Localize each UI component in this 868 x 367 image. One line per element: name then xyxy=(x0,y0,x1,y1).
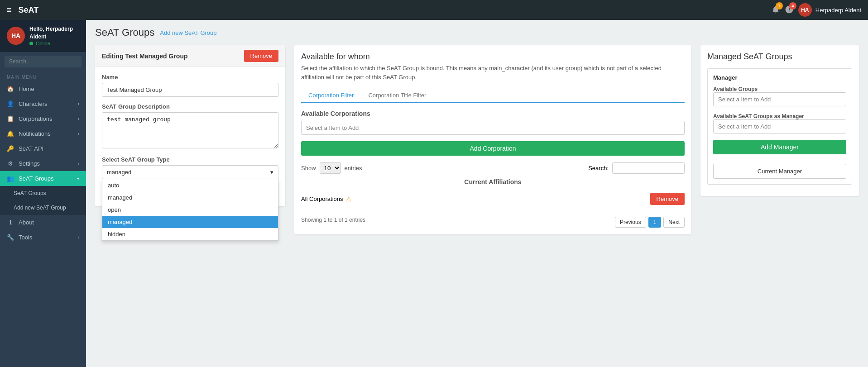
add-new-group-link[interactable]: Add new SeAT Group xyxy=(160,29,216,36)
settings-icon: ⚙ xyxy=(7,160,14,167)
main-menu-label: Main Menu xyxy=(0,71,86,81)
available-groups-group: Available Groups xyxy=(713,86,846,106)
type-selected-value: managed xyxy=(107,169,131,176)
sidebar-item-settings[interactable]: ⚙ Settings ‹ xyxy=(0,156,86,171)
search-input[interactable] xyxy=(5,56,82,67)
sidebar-sub-item-add-group[interactable]: Add new SeAT Group xyxy=(0,200,86,215)
dropdown-arrow-icon: ▾ xyxy=(270,169,273,176)
edit-group-card: Editing Test Managed Group Remove Name S… xyxy=(95,45,285,206)
status-dot xyxy=(29,42,33,45)
brand-logo: SeAT xyxy=(19,5,771,15)
tab-corporation-title-filter[interactable]: Corporation Title Filter xyxy=(361,88,433,103)
add-manager-button[interactable]: Add Manager xyxy=(713,140,846,154)
groups-icon: 👥 xyxy=(7,175,14,182)
option-managed-selected[interactable]: managed xyxy=(102,216,278,228)
chevron-icon: ‹ xyxy=(78,116,79,121)
username-display: Herpaderp Aldent xyxy=(815,7,861,14)
sidebar-item-seat-api[interactable]: 🔑 SeAT API xyxy=(0,141,86,156)
notifications-icon: 🔔 xyxy=(7,130,14,137)
name-label: Name xyxy=(102,74,278,81)
available-corps-input[interactable] xyxy=(301,121,685,135)
next-page-button[interactable]: Next xyxy=(663,217,685,228)
manager-box: Manager Available Groups Available SeAT … xyxy=(707,68,852,185)
available-corps-label: Available Corporations xyxy=(301,110,685,117)
sidebar-item-characters[interactable]: 👤 Characters ‹ xyxy=(0,96,86,111)
available-title: Available for whom xyxy=(301,52,685,62)
sidebar: HA Hello, Herpaderp Aldent Online Main M… xyxy=(0,20,86,367)
page-header: SeAT Groups Add new SeAT Group xyxy=(95,27,859,38)
showing-text: Showing 1 to 1 of 1 entries xyxy=(301,217,365,223)
entries-select[interactable]: 10 25 50 xyxy=(320,162,341,174)
entries-label: entries xyxy=(345,165,362,172)
alerts-icon-btn[interactable]: 4 xyxy=(785,5,794,15)
available-as-manager-input[interactable] xyxy=(713,119,846,133)
notifications-icon-btn[interactable]: 1 xyxy=(771,5,780,15)
sidebar-search-wrapper xyxy=(0,52,86,71)
sidebar-item-seat-groups[interactable]: 👥 SeAT Groups ▾ xyxy=(0,171,86,186)
available-corps-group: Available Corporations xyxy=(301,110,685,135)
chevron-icon: ‹ xyxy=(78,131,79,136)
affiliations-header: Current Affiliations xyxy=(301,178,685,186)
sidebar-sub-label: SeAT Groups xyxy=(14,190,46,196)
sidebar-item-notifications[interactable]: 🔔 Notifications ‹ xyxy=(0,126,86,141)
affiliation-text: All Corporations xyxy=(301,195,343,202)
pagination: Previous 1 Next xyxy=(615,217,685,228)
edit-card-title: Editing Test Managed Group xyxy=(102,52,188,60)
edit-card-body: Name SeAT Group Description test managed… xyxy=(95,67,285,206)
chevron-icon: ‹ xyxy=(78,161,79,166)
sidebar-item-label: Characters xyxy=(19,100,48,107)
type-select[interactable]: managed ▾ xyxy=(102,165,278,179)
affiliation-name: All Corporations ⚠ xyxy=(301,195,352,203)
sidebar-item-label: About xyxy=(19,219,34,226)
sidebar-username: Hello, Herpaderp Aldent xyxy=(29,25,79,41)
available-groups-label: Available Groups xyxy=(713,86,758,92)
name-input[interactable] xyxy=(102,83,278,97)
available-as-manager-group: Available SeAT Groups as Manager xyxy=(713,113,846,133)
option-managed-1[interactable]: managed xyxy=(102,191,278,204)
search-box: Search: xyxy=(588,162,685,174)
sidebar-item-label: Notifications xyxy=(19,130,51,137)
edit-card-header: Editing Test Managed Group Remove xyxy=(95,45,285,67)
divider xyxy=(713,159,846,159)
tab-corporation-filter[interactable]: Corporation Filter xyxy=(301,88,361,103)
available-card-body: Available for whom Select the affiliatio… xyxy=(294,45,691,234)
remove-affiliation-button[interactable]: Remove xyxy=(650,193,685,205)
sidebar-item-about[interactable]: ℹ About xyxy=(0,215,86,230)
available-groups-input[interactable] xyxy=(713,92,846,106)
hamburger-menu[interactable]: ≡ xyxy=(7,5,12,15)
affiliation-row: All Corporations ⚠ Remove xyxy=(301,190,685,208)
show-entries: Show 10 25 50 entries xyxy=(301,162,362,174)
prev-page-button[interactable]: Previous xyxy=(615,217,646,228)
sidebar-item-home[interactable]: 🏠 Home xyxy=(0,81,86,96)
alerts-badge: 4 xyxy=(789,2,796,10)
current-manager-button[interactable]: Current Manager xyxy=(713,164,846,179)
top-icons: 1 4 HA Herpaderp Aldent xyxy=(771,3,861,17)
sidebar-item-tools[interactable]: 🔧 Tools ‹ xyxy=(0,230,86,245)
sidebar-sub-item-seat-groups[interactable]: SeAT Groups xyxy=(0,186,86,200)
search-label: Search: xyxy=(588,165,609,172)
sidebar-item-corporations[interactable]: 📋 Corporations ‹ xyxy=(0,111,86,126)
managed-groups-card: Managed SeAT Groups Manager Available Gr… xyxy=(700,45,859,196)
type-group: Select SeAT Group Type managed ▾ auto ma… xyxy=(102,156,278,179)
affiliations-search-input[interactable] xyxy=(612,162,685,174)
top-navbar: ≡ SeAT 1 4 HA Herpaderp Aldent xyxy=(0,0,868,20)
sidebar-item-label: SeAT Groups xyxy=(19,175,54,182)
type-select-wrapper: managed ▾ auto managed open managed hidd… xyxy=(102,165,278,179)
show-label: Show xyxy=(301,165,316,172)
name-group: Name xyxy=(102,74,278,97)
add-corporation-button[interactable]: Add Corporation xyxy=(301,141,685,156)
option-auto[interactable]: auto xyxy=(102,179,278,191)
available-desc: Select the affiliation to which the SeAT… xyxy=(301,64,685,81)
option-open[interactable]: open xyxy=(102,204,278,216)
page-1-button[interactable]: 1 xyxy=(648,217,662,228)
sidebar-item-label: Corporations xyxy=(19,115,52,122)
desc-textarea[interactable]: test managed group xyxy=(102,112,278,148)
table-controls: Show 10 25 50 entries Search: xyxy=(301,162,685,174)
page-title: SeAT Groups xyxy=(95,27,154,38)
option-hidden[interactable]: hidden xyxy=(102,228,278,240)
sidebar-item-label: Home xyxy=(19,86,34,92)
remove-button[interactable]: Remove xyxy=(244,50,278,62)
sidebar-item-label: Tools xyxy=(19,234,32,241)
api-icon: 🔑 xyxy=(7,145,14,152)
user-menu[interactable]: HA Herpaderp Aldent xyxy=(798,3,861,17)
